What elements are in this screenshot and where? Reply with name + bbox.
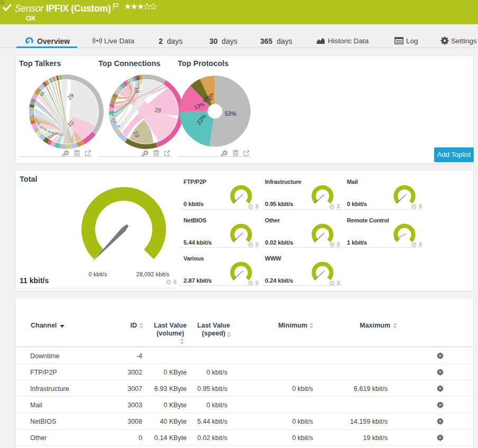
svg-text:53%: 53% bbox=[225, 110, 236, 117]
svg-text:19: 19 bbox=[134, 87, 141, 94]
svg-text:28: 28 bbox=[154, 107, 162, 114]
